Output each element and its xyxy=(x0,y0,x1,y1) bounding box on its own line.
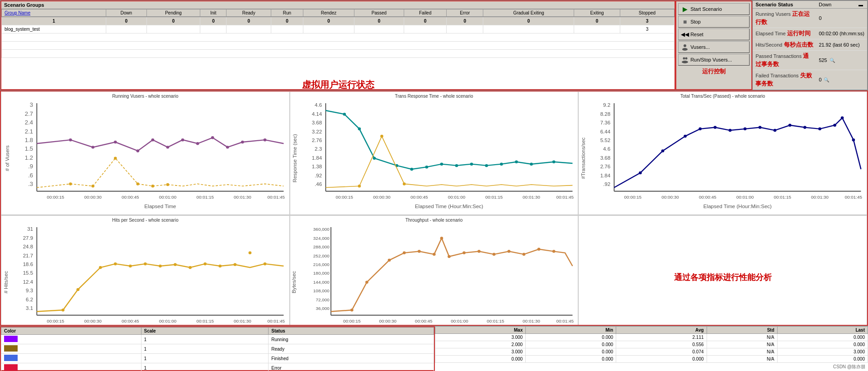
svg-point-1 xyxy=(682,48,688,51)
svg-text:288,000: 288,000 xyxy=(313,244,330,249)
stop-label: Stop xyxy=(690,19,701,24)
svg-point-26 xyxy=(211,136,214,139)
svg-text:.3: .3 xyxy=(28,181,33,187)
start-scenario-button[interactable]: ▶ Start Scenario xyxy=(678,3,750,15)
svg-point-67 xyxy=(500,162,503,165)
vusers-button[interactable]: Vusers... xyxy=(678,41,750,53)
svg-text:00:01:30: 00:01:30 xyxy=(234,195,251,200)
svg-text:4.14: 4.14 xyxy=(311,111,322,117)
svg-point-133 xyxy=(99,266,102,269)
error-min: 0.000 xyxy=(526,356,616,363)
svg-point-102 xyxy=(759,126,762,128)
svg-point-35 xyxy=(166,183,170,186)
scenario-groups-table: Group Name Down Pending Init Ready Run R… xyxy=(1,9,675,58)
svg-point-171 xyxy=(433,253,436,256)
table-row-empty2 xyxy=(2,41,675,49)
svg-text:6.2: 6.2 xyxy=(26,297,33,302)
svg-text:00:00:15: 00:00:15 xyxy=(624,195,642,200)
svg-point-71 xyxy=(358,185,361,187)
svg-text:7.36: 7.36 xyxy=(600,120,611,125)
svg-point-21 xyxy=(136,149,139,152)
vusers-label: Vusers... xyxy=(690,44,710,50)
svg-text:.92: .92 xyxy=(315,173,322,178)
svg-text:9.3: 9.3 xyxy=(26,288,33,294)
play-icon: ▶ xyxy=(681,5,689,13)
stats-col-min: Min xyxy=(526,327,616,334)
table-row[interactable]: blog_system_test 3 xyxy=(2,25,675,33)
ready-min: 0.000 xyxy=(526,341,616,348)
stats-col-max: Max xyxy=(435,327,526,334)
svg-text:3: 3 xyxy=(30,101,33,108)
svg-point-29 xyxy=(264,138,267,141)
svg-point-22 xyxy=(151,138,155,141)
stats-row-finished: 3.000 0.000 0.074 N/A 3.000 xyxy=(435,348,868,356)
passed-trans-search[interactable]: 🔍 xyxy=(829,58,836,63)
finished-max: 3.000 xyxy=(435,348,526,356)
running-vusers-value: 0 xyxy=(816,9,867,28)
failed-trans-link[interactable]: 0 xyxy=(819,77,821,82)
count-passed: 0 xyxy=(354,17,404,25)
svg-text:00:01:30: 00:01:30 xyxy=(523,195,540,200)
svg-point-108 xyxy=(841,116,844,119)
scenario-groups-panel: Scenario Groups Group Name Down Pending … xyxy=(0,0,675,90)
chart-trans-response-svg: 4.6 4.14 3.68 3.22 2.76 2.3 1.84 1.38 .9… xyxy=(292,100,576,209)
svg-text:00:01:00: 00:01:00 xyxy=(736,195,754,200)
svg-text:#Transactions/sec: #Transactions/sec xyxy=(580,138,586,179)
col-init: Init xyxy=(200,10,226,17)
svg-text:00:01:15: 00:01:15 xyxy=(485,195,503,200)
hits-second-value: 21.92 (last 60 sec) xyxy=(816,39,867,51)
main-container: Scenario Groups Group Name Down Pending … xyxy=(0,0,868,371)
status-row-elapsed-time: Elapsed Time 运行时间 00:02:00 (hh:mm:ss) xyxy=(753,28,867,39)
stats-row-running: 3.000 0.000 2.111 N/A 0.000 xyxy=(435,334,868,341)
error-color-swatch xyxy=(4,364,18,371)
stop-button[interactable]: ■ Stop xyxy=(678,16,750,28)
legend-row-finished: 1 Finished xyxy=(1,354,434,363)
failed-trans-search[interactable]: 🔍 xyxy=(823,77,830,82)
svg-point-2 xyxy=(683,57,685,60)
col-ready: Ready xyxy=(226,10,271,17)
svg-text:00:01:00: 00:01:00 xyxy=(159,319,177,323)
chart-running-vusers-area: 3 2.7 2.4 2.1 1.8 1.5 1.2 .9 .6 .3 # of … xyxy=(3,100,288,209)
svg-point-32 xyxy=(114,157,117,159)
col-failed: Failed xyxy=(404,10,447,17)
count-error: 0 xyxy=(447,17,483,25)
elapsed-time-label: Elapsed Time 运行时间 xyxy=(753,28,816,39)
control-panel-footer: 运行控制 xyxy=(678,67,750,76)
status-panel-header: Scenario Status Down ▬ xyxy=(753,1,867,9)
svg-text:00:01:15: 00:01:15 xyxy=(196,195,214,200)
svg-point-64 xyxy=(455,164,458,167)
passed-trans-link[interactable]: 525 xyxy=(819,57,827,63)
col-group-name[interactable]: Group Name xyxy=(2,10,106,17)
running-max: 3.000 xyxy=(435,334,526,341)
svg-point-30 xyxy=(69,182,72,185)
legend-row-ready: 1 Ready xyxy=(1,344,434,354)
run-stop-vusers-button[interactable]: Run/Stop Vusers... xyxy=(678,54,750,66)
svg-text:1.84: 1.84 xyxy=(600,173,611,178)
svg-text:00:00:15: 00:00:15 xyxy=(335,195,353,200)
svg-text:15.5: 15.5 xyxy=(23,271,33,276)
col-pending: Pending xyxy=(146,10,200,17)
chart-hits-per-second-area: 31 27.9 24.8 21.7 18.6 15.5 12.4 9.3 6.2… xyxy=(3,224,288,326)
run-stop-icon xyxy=(681,56,689,63)
row-init xyxy=(200,25,226,33)
reset-label: Reset xyxy=(690,32,703,37)
svg-point-142 xyxy=(234,263,237,266)
svg-point-69 xyxy=(530,162,533,165)
stats-col-avg: Avg xyxy=(616,327,707,334)
svg-text:00:00:30: 00:00:30 xyxy=(84,319,102,323)
reset-button[interactable]: ◀◀ Reset xyxy=(678,29,750,40)
running-last: 0.000 xyxy=(777,334,868,341)
running-avg: 2.111 xyxy=(616,334,707,341)
legend-table-area: Color Scale Status 1 Running 1 Ready xyxy=(0,326,435,371)
legend-col-status: Status xyxy=(269,328,434,335)
legend-color-finished xyxy=(1,354,142,363)
stats-row-ready: 2.000 0.000 0.556 N/A 0.000 xyxy=(435,341,868,348)
svg-point-61 xyxy=(410,168,413,171)
legend-scale-ready: 1 xyxy=(141,344,269,354)
svg-text:00:00:45: 00:00:45 xyxy=(122,319,139,323)
chart-perf-analysis: 通过各项指标进行性能分析 xyxy=(578,215,867,326)
minimize-button[interactable]: ▬ xyxy=(857,2,864,7)
svg-text:3.68: 3.68 xyxy=(600,155,611,161)
svg-point-172 xyxy=(440,237,443,239)
svg-point-168 xyxy=(387,259,391,262)
